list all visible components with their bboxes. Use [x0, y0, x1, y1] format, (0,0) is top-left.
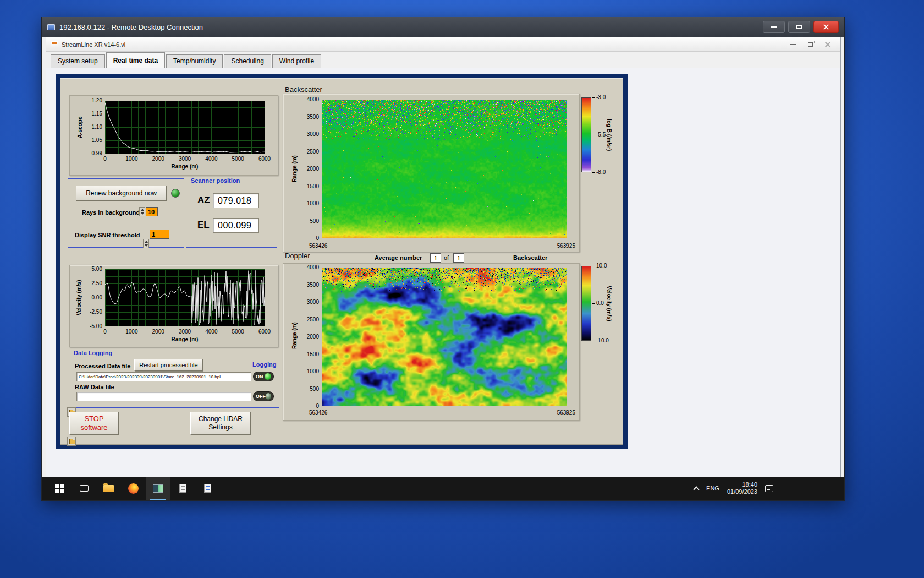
- restart-processed-file-button[interactable]: Restart processed file: [134, 359, 203, 371]
- firefox-button[interactable]: [121, 477, 146, 500]
- rdp-window-controls: [763, 21, 839, 33]
- firefox-icon: [128, 483, 139, 494]
- rdp-titlebar[interactable]: 192.168.0.122 - Remote Desktop Connectio…: [42, 17, 844, 37]
- task-view-icon: [80, 485, 89, 492]
- vi-restore-icon[interactable]: [808, 42, 813, 47]
- close-icon: [823, 24, 829, 30]
- rdp-window-title: 192.168.0.122 - Remote Desktop Connectio…: [59, 23, 203, 31]
- notes-app-button[interactable]: [195, 477, 220, 500]
- vi-titlebar[interactable]: StreamLine XR v14-6.vi: [46, 37, 840, 52]
- vi-window-title: StreamLine XR v14-6.vi: [62, 41, 125, 48]
- tick-label: 3500: [307, 114, 319, 121]
- start-button[interactable]: [47, 477, 72, 500]
- tick-label: 0: [103, 156, 107, 162]
- tick-label: 500: [310, 218, 319, 225]
- vi-icon: [51, 41, 58, 48]
- rays-value[interactable]: 10: [146, 207, 158, 216]
- task-view-button[interactable]: [72, 477, 96, 500]
- tick-label: 6000: [258, 329, 271, 335]
- tray-expand-icon[interactable]: [693, 486, 699, 492]
- tick-label: -5.5: [592, 132, 606, 138]
- tick-label: 4000: [307, 264, 319, 271]
- scanner-position-group: [186, 181, 277, 248]
- doppler-x-end: 563925: [545, 410, 575, 416]
- tick-label: 3000: [179, 329, 191, 335]
- tick-label: 2000: [307, 334, 319, 340]
- active-app-indicator: [150, 499, 166, 500]
- windows-logo-icon: [55, 484, 64, 493]
- raw-path-browse-button[interactable]: [67, 437, 76, 446]
- doppler-colorbar: [581, 266, 591, 341]
- tick-label: -8.0: [592, 169, 606, 176]
- az-label: AZ: [197, 195, 210, 206]
- backscatter-title: Backscatter: [285, 85, 322, 94]
- tab-wind-profile[interactable]: Wind profile: [272, 54, 321, 68]
- rdp-window: 192.168.0.122 - Remote Desktop Connectio…: [41, 17, 845, 501]
- vi-window-controls: [790, 42, 836, 47]
- tick-label: 4000: [205, 156, 217, 162]
- tick-label: 0.00: [92, 295, 102, 301]
- tick-label: 500: [310, 386, 319, 392]
- velocity-x-axis-label: Range (m): [105, 336, 265, 342]
- rdp-maximize-button[interactable]: [788, 21, 810, 33]
- backscatter-y-axis: 40003500300025002000150010005000: [300, 100, 320, 238]
- file-explorer-button[interactable]: [96, 477, 121, 500]
- ascope-x-axis-label: Range (m): [105, 163, 265, 170]
- on-led: [265, 373, 271, 380]
- tick-label: 0: [103, 329, 107, 335]
- on-label: ON: [256, 374, 263, 379]
- tab-scheduling[interactable]: Scheduling: [224, 54, 271, 68]
- tab-temp-humidity[interactable]: Temp/humidity: [166, 54, 223, 68]
- tick-label: 1500: [307, 183, 319, 190]
- average-number-value[interactable]: 1: [430, 253, 441, 263]
- average-total-value[interactable]: 1: [453, 253, 464, 263]
- rdp-computer-icon: [47, 24, 55, 30]
- vi-close-icon[interactable]: [825, 42, 831, 47]
- scan-scheduler-button[interactable]: [170, 477, 195, 500]
- tick-label: 3000: [307, 299, 319, 306]
- background-group-divider: [68, 222, 184, 222]
- snr-spinner[interactable]: [143, 239, 149, 248]
- taskbar-clock[interactable]: 18:40 01/09/2023: [727, 481, 757, 495]
- stop-software-button[interactable]: STOP software: [69, 412, 119, 435]
- az-value: 079.018: [213, 193, 259, 208]
- renew-background-button[interactable]: Renew background now: [76, 186, 167, 201]
- tick-label: 1000: [125, 329, 138, 335]
- maximize-icon: [796, 25, 802, 29]
- off-led: [266, 393, 271, 400]
- rdp-close-button[interactable]: [813, 21, 839, 33]
- rays-spinner[interactable]: [139, 207, 145, 216]
- tick-label: 1.15: [92, 111, 102, 117]
- scanner-position-title: Scanner position: [189, 177, 241, 184]
- tick-label: 2000: [307, 166, 319, 172]
- raw-path-field[interactable]: [76, 392, 251, 401]
- tick-label: 1.05: [92, 137, 102, 144]
- snr-value[interactable]: 1: [150, 230, 169, 239]
- tick-label: 0: [316, 403, 319, 410]
- ascope-y-axis-label: A-scope: [76, 104, 84, 150]
- tab-real-time-data[interactable]: Real time data: [106, 52, 165, 68]
- rdp-minimize-button[interactable]: [763, 21, 785, 33]
- tick-label: 1000: [307, 200, 319, 207]
- language-indicator[interactable]: ENG: [706, 485, 719, 492]
- tab-system-setup[interactable]: System setup: [51, 54, 105, 68]
- active-app-button[interactable]: [146, 477, 170, 500]
- el-value: 000.099: [213, 218, 259, 233]
- doppler-x-start: 563426: [309, 410, 327, 416]
- backscatter-x-start: 563426: [309, 243, 327, 249]
- velocity-y-axis-label: Velocity (m/s): [75, 273, 82, 323]
- vi-minimize-icon[interactable]: [790, 44, 796, 45]
- processed-data-file-label: Processed Data file: [75, 363, 131, 369]
- change-lidar-settings-button[interactable]: Change LiDAR Settings: [190, 412, 251, 435]
- snr-threshold-label: Display SNR threshold: [75, 232, 140, 238]
- processed-logging-toggle[interactable]: ON: [253, 372, 274, 381]
- doppler-title: Doppler: [285, 252, 310, 260]
- stop-button-line1: STOP: [84, 415, 103, 423]
- app-window-icon: [153, 484, 163, 493]
- change-button-line2: Settings: [208, 423, 232, 432]
- raw-logging-toggle[interactable]: OFF: [253, 391, 274, 401]
- action-center-icon[interactable]: [765, 485, 773, 492]
- desktop-background: 192.168.0.122 - Remote Desktop Connectio…: [0, 0, 924, 578]
- processed-path-field[interactable]: C:\Lidar\Data\Proc\2023\202309\20230901\…: [76, 372, 251, 381]
- el-label: EL: [197, 220, 210, 231]
